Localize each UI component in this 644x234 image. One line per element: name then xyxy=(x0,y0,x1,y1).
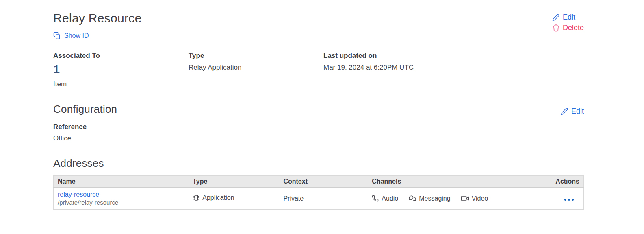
table-row: relay-resource /private/relay-resource xyxy=(54,188,584,210)
field-type: Type Relay Application xyxy=(189,52,323,88)
reference-label: Reference xyxy=(53,123,584,131)
reference-value: Office xyxy=(53,134,584,142)
channel-label: Messaging xyxy=(419,195,450,202)
actions-cell xyxy=(508,188,584,210)
show-id-label: Show ID xyxy=(64,32,89,39)
field-value: Relay Application xyxy=(189,63,323,72)
page-header: Relay Resource Show ID Edit xyxy=(53,11,584,41)
channel-video: Video xyxy=(461,195,488,202)
detail-fields: Associated To 1 Item Type Relay Applicat… xyxy=(53,52,584,88)
chat-bubbles-icon xyxy=(409,195,416,202)
field-label: Type xyxy=(189,52,323,60)
addresses-heading: Addresses xyxy=(53,157,584,170)
page-header-actions: Edit Delete xyxy=(552,11,584,32)
row-actions-menu-button[interactable] xyxy=(563,197,575,202)
pencil-icon xyxy=(552,13,560,21)
channel-messaging: Messaging xyxy=(409,195,450,202)
configuration-heading: Configuration xyxy=(53,103,117,116)
column-header-channels: Channels xyxy=(368,176,508,188)
address-type: Application xyxy=(202,194,234,201)
delete-resource-button[interactable]: Delete xyxy=(552,24,584,32)
edit-configuration-button[interactable]: Edit xyxy=(561,107,584,116)
field-label: Last updated on xyxy=(323,52,584,60)
name-cell: relay-resource /private/relay-resource xyxy=(54,188,189,210)
type-cell: Application xyxy=(189,188,279,210)
column-header-context: Context xyxy=(279,176,368,188)
column-header-actions: Actions xyxy=(508,176,584,188)
addresses-table: Name Type Context Channels Actions relay… xyxy=(53,175,584,210)
relay-resource-page: Relay Resource Show ID Edit xyxy=(0,0,644,210)
configuration-header: Configuration Edit xyxy=(53,103,584,116)
show-id-button[interactable]: Show ID xyxy=(53,32,89,39)
copy-icon xyxy=(53,32,61,39)
edit-configuration-label: Edit xyxy=(571,107,584,116)
chip-icon xyxy=(193,194,200,201)
delete-resource-label: Delete xyxy=(563,24,584,32)
column-header-type: Type xyxy=(189,176,279,188)
field-associated-to: Associated To 1 Item xyxy=(53,52,189,88)
address-name-link[interactable]: relay-resource xyxy=(58,191,184,198)
addresses-section: Addresses Name Type Context Channels Act… xyxy=(53,157,584,210)
associated-count: 1 xyxy=(53,62,189,76)
channel-audio: Audio xyxy=(372,195,398,202)
page-title: Relay Resource xyxy=(53,11,142,25)
channels-cell: Audio Messaging xyxy=(368,188,508,210)
field-value: Mar 19, 2024 at 6:20PM UTC xyxy=(323,63,584,72)
channel-label: Video xyxy=(472,195,488,202)
column-header-name: Name xyxy=(54,176,189,188)
address-path: /private/relay-resource xyxy=(58,199,184,206)
pencil-icon xyxy=(561,107,568,115)
address-context: Private xyxy=(283,195,304,202)
phone-icon xyxy=(372,195,379,202)
table-header-row: Name Type Context Channels Actions xyxy=(54,176,584,188)
edit-resource-button[interactable]: Edit xyxy=(552,13,584,22)
trash-icon xyxy=(552,24,560,32)
configuration-section: Configuration Edit Reference Office xyxy=(53,103,584,142)
associated-unit: Item xyxy=(53,80,189,88)
field-last-updated: Last updated on Mar 19, 2024 at 6:20PM U… xyxy=(323,52,584,88)
field-label: Associated To xyxy=(53,52,189,60)
context-cell: Private xyxy=(279,188,368,210)
video-camera-icon xyxy=(461,195,469,202)
edit-resource-label: Edit xyxy=(563,13,575,22)
channel-label: Audio xyxy=(382,195,398,202)
page-header-left: Relay Resource Show ID xyxy=(53,11,142,41)
